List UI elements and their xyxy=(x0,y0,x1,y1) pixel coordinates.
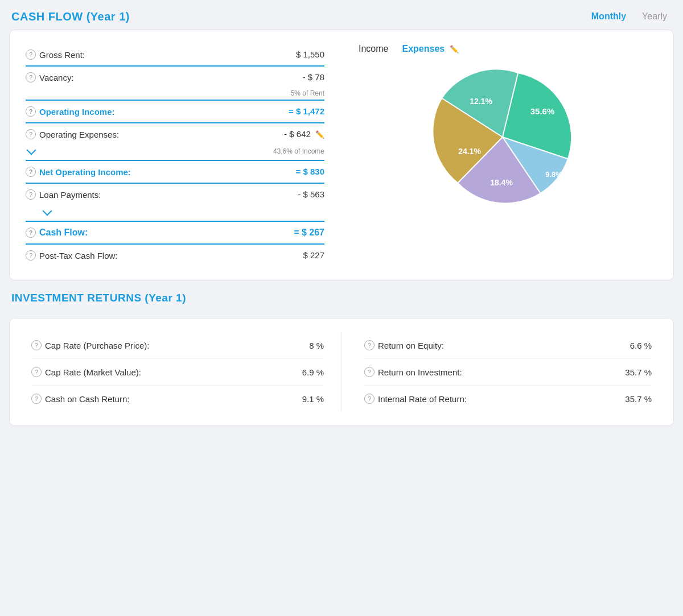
chart-section: Income Expenses ✏️ xyxy=(347,44,657,266)
pie-chart: 35.6% 9.8% 18.4% 24.1% 12.1% xyxy=(429,63,577,211)
operating-expenses-value: - $ 642 ✏️ xyxy=(284,129,324,139)
gross-rent-label: ? Gross Rent: xyxy=(26,49,85,60)
net-operating-income-label: ? Net Operating Income: xyxy=(26,167,131,177)
pie-label-3: 18.4% xyxy=(490,178,513,187)
net-operating-income-value: = $ 830 xyxy=(296,167,324,176)
loan-payments-row: ? Loan Payments: - $ 563 xyxy=(26,184,324,205)
net-operating-income-help-icon[interactable]: ? xyxy=(26,167,36,177)
vacancy-value: - $ 78 xyxy=(303,72,324,82)
loan-payments-help-icon[interactable]: ? xyxy=(26,189,36,200)
returns-right-col: ? Return on Equity: 6.6 % ? Return on In… xyxy=(342,332,657,412)
return-on-investment-row: ? Return on Investment: 35.7 % xyxy=(364,359,652,386)
vacancy-subtitle: 5% of Rent xyxy=(26,89,324,97)
post-tax-cash-flow-label: ? Post-Tax Cash Flow: xyxy=(26,250,118,261)
operating-expenses-edit-icon[interactable]: ✏️ xyxy=(315,130,324,139)
pie-label-1: 35.6% xyxy=(530,106,554,116)
return-on-equity-row: ? Return on Equity: 6.6 % xyxy=(364,332,652,359)
cash-on-cash-help-icon[interactable]: ? xyxy=(31,394,42,404)
loan-payments-value: - $ 563 xyxy=(298,189,324,199)
operating-expenses-expand: 43.6% of Income xyxy=(26,145,324,158)
cash-on-cash-row: ? Cash on Cash Return: 9.1 % xyxy=(31,386,324,412)
gross-rent-value: $ 1,550 xyxy=(296,49,324,59)
operating-income-label: ? Operating Income: xyxy=(26,106,115,117)
cashflow-grid: ? Gross Rent: $ 1,550 ? Vacancy: - $ 78 xyxy=(26,44,657,266)
yearly-button[interactable]: Yearly xyxy=(637,9,672,24)
operating-expenses-section: ? Operating Expenses: - $ 642 ✏️ 43.6% o… xyxy=(26,123,324,161)
cap-rate-purchase-help-icon[interactable]: ? xyxy=(31,340,42,350)
post-tax-help-icon[interactable]: ? xyxy=(26,250,36,261)
post-tax-cash-flow-row: ? Post-Tax Cash Flow: $ 227 xyxy=(26,245,324,266)
investment-returns-title: INVESTMENT RETURNS (Year 1) xyxy=(11,292,672,304)
cash-flow-help-icon[interactable]: ? xyxy=(26,228,36,238)
chart-tabs: Income Expenses ✏️ xyxy=(347,44,459,54)
operating-expenses-subtitle: 43.6% of Income xyxy=(273,147,324,155)
internal-rate-of-return-value: 35.7 % xyxy=(625,394,652,404)
expenses-tab[interactable]: Expenses ✏️ xyxy=(402,44,458,54)
cap-rate-purchase-label: ? Cap Rate (Purchase Price): xyxy=(31,340,149,350)
post-tax-cash-flow-value: $ 227 xyxy=(303,250,324,260)
return-on-equity-help-icon[interactable]: ? xyxy=(364,340,375,350)
returns-grid: ? Cap Rate (Purchase Price): 8 % ? Cap R… xyxy=(26,332,657,412)
pie-label-5: 12.1% xyxy=(470,97,492,106)
income-tab[interactable]: Income xyxy=(359,44,388,54)
operating-expenses-label: ? Operating Expenses: xyxy=(26,129,119,139)
investment-returns-header: INVESTMENT RETURNS (Year 1) xyxy=(9,292,674,318)
pie-label-2: 9.8% xyxy=(545,170,562,179)
operating-income-row: ? Operating Income: = $ 1,472 xyxy=(26,101,324,123)
expenses-tab-edit-icon[interactable]: ✏️ xyxy=(450,45,459,53)
loan-payments-chevron-icon[interactable] xyxy=(43,206,52,216)
page-title: CASH FLOW (Year 1) xyxy=(11,10,130,23)
return-on-investment-label: ? Return on Investment: xyxy=(364,367,462,377)
vacancy-label: ? Vacancy: xyxy=(26,72,74,82)
operating-expenses-help-icon[interactable]: ? xyxy=(26,129,36,139)
internal-rate-of-return-label: ? Internal Rate of Return: xyxy=(364,394,467,404)
cap-rate-purchase-row: ? Cap Rate (Purchase Price): 8 % xyxy=(31,332,324,359)
gross-rent-row: ? Gross Rent: $ 1,550 xyxy=(26,44,324,67)
cap-rate-market-label: ? Cap Rate (Market Value): xyxy=(31,367,141,377)
page-header: CASH FLOW (Year 1) Monthly Yearly xyxy=(9,9,674,24)
vacancy-section: ? Vacancy: - $ 78 5% of Rent xyxy=(26,67,324,101)
cap-rate-market-row: ? Cap Rate (Market Value): 6.9 % xyxy=(31,359,324,386)
cash-flow-value: = $ 267 xyxy=(294,228,324,238)
return-on-equity-label: ? Return on Equity: xyxy=(364,340,444,350)
operating-expenses-row: ? Operating Expenses: - $ 642 ✏️ xyxy=(26,123,324,145)
vacancy-row: ? Vacancy: - $ 78 xyxy=(26,67,324,88)
cashflow-items: ? Gross Rent: $ 1,550 ? Vacancy: - $ 78 xyxy=(26,44,336,266)
net-operating-income-row: ? Net Operating Income: = $ 830 xyxy=(26,161,324,184)
monthly-button[interactable]: Monthly xyxy=(587,9,631,24)
cap-rate-market-value: 6.9 % xyxy=(302,367,324,377)
cash-on-cash-label: ? Cash on Cash Return: xyxy=(31,394,129,404)
vacancy-help-icon[interactable]: ? xyxy=(26,72,36,82)
loan-payments-section: ? Loan Payments: - $ 563 xyxy=(26,184,324,222)
cash-on-cash-value: 9.1 % xyxy=(302,394,324,404)
loan-payments-label: ? Loan Payments: xyxy=(26,189,101,200)
internal-rate-of-return-row: ? Internal Rate of Return: 35.7 % xyxy=(364,386,652,412)
cash-flow-row: ? Cash Flow: = $ 267 xyxy=(26,222,324,245)
cash-flow-label: ? Cash Flow: xyxy=(26,228,88,238)
cap-rate-purchase-value: 8 % xyxy=(309,341,324,350)
operating-income-value: = $ 1,472 xyxy=(289,106,324,116)
operating-income-help-icon[interactable]: ? xyxy=(26,106,36,117)
internal-rate-of-return-help-icon[interactable]: ? xyxy=(364,394,375,404)
returns-left-col: ? Cap Rate (Purchase Price): 8 % ? Cap R… xyxy=(26,332,342,412)
cashflow-card: ? Gross Rent: $ 1,550 ? Vacancy: - $ 78 xyxy=(9,30,674,280)
view-toggle: Monthly Yearly xyxy=(587,9,672,24)
return-on-investment-help-icon[interactable]: ? xyxy=(364,367,375,377)
investment-returns-card: ? Cap Rate (Purchase Price): 8 % ? Cap R… xyxy=(9,318,674,426)
pie-label-4: 24.1% xyxy=(458,147,481,156)
return-on-equity-value: 6.6 % xyxy=(630,341,652,350)
gross-rent-help-icon[interactable]: ? xyxy=(26,49,36,60)
cap-rate-market-help-icon[interactable]: ? xyxy=(31,367,42,377)
pie-chart-svg: 35.6% 9.8% 18.4% 24.1% 12.1% xyxy=(429,63,577,211)
operating-expenses-chevron-icon[interactable] xyxy=(27,145,36,155)
return-on-investment-value: 35.7 % xyxy=(625,367,652,377)
loan-payments-expand xyxy=(26,205,324,218)
